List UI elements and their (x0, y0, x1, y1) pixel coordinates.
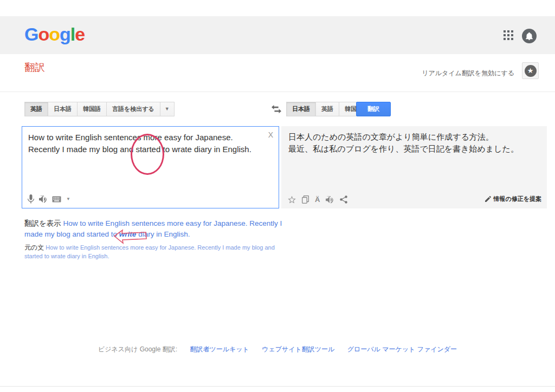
keyboard-dropdown-icon[interactable]: ▼ (66, 197, 70, 201)
suggestion-block: 翻訳を表示 How to write English sentences mor… (24, 218, 283, 240)
logo-letter: g (60, 24, 70, 45)
logo-letter: G (24, 24, 38, 45)
google-translate-page: Google 翻訳 リアルタイム翻訳を無効にする ★ 英語 日本語 韓国語 言語… (0, 0, 555, 392)
clear-source-button[interactable]: X (268, 131, 273, 139)
header-divider (0, 92, 555, 92)
footer-prefix: ビジネス向け Google 翻訳: (98, 345, 177, 353)
suggested-translation-link[interactable]: How to write English sentences more easy… (24, 219, 282, 238)
footer-link-website-translator[interactable]: ウェブサイト翻訳ツール (262, 345, 334, 353)
page-title: 翻訳 (24, 61, 45, 75)
phrasebook-button[interactable]: ★ (522, 62, 539, 79)
source-language-tabs: 英語 日本語 韓国語 言語を検出する ▼ (24, 102, 175, 116)
suggestion-highlight: write (119, 230, 137, 238)
suggest-edit-link[interactable]: 情報の修正を提案 (485, 195, 541, 203)
target-lang-tab-english[interactable]: 英語 (315, 102, 339, 116)
realtime-translation-toggle[interactable]: リアルタイム翻訳を無効にする (422, 69, 514, 78)
source-lang-tab-japanese[interactable]: 日本語 (48, 102, 78, 116)
footer: ビジネス向け Google 翻訳: 翻訳者ツールキット ウェブサイト翻訳ツール … (0, 345, 555, 354)
translation-result-panel: 日本人のための英語の文章がより簡単に作成する方法。 最近、私は私のブログを作り、… (281, 126, 547, 208)
result-toolbar: Ä (288, 195, 347, 204)
source-text-panel[interactable]: How to write English sentences more easy… (22, 126, 279, 208)
pencil-icon (485, 196, 491, 202)
source-lang-tab-english[interactable]: 英語 (24, 102, 48, 116)
logo-letter: o (49, 24, 60, 45)
source-text[interactable]: How to write English sentences more easy… (28, 132, 261, 155)
suggestion-label: 翻訳を表示 (24, 219, 61, 227)
save-phrasebook-icon[interactable] (288, 196, 296, 204)
suggest-edit-label: 情報の修正を提案 (493, 195, 541, 203)
logo-letter: e (75, 24, 85, 45)
swap-languages-button[interactable] (269, 102, 283, 116)
apps-grid-icon[interactable] (504, 30, 514, 41)
listen-source-icon[interactable] (39, 195, 47, 203)
source-lang-tab-korean[interactable]: 韓国語 (77, 102, 107, 116)
star-icon: ★ (525, 65, 537, 77)
footer-link-translator-toolkit[interactable]: 翻訳者ツールキット (190, 345, 249, 353)
footer-link-global-market-finder[interactable]: グローバル マーケット ファインダー (347, 345, 457, 353)
logo-letter: o (38, 24, 49, 45)
source-lang-tab-detect[interactable]: 言語を検出する (106, 102, 160, 116)
microphone-icon[interactable] (28, 194, 34, 204)
google-logo[interactable]: Google (24, 24, 85, 45)
original-text-link[interactable]: How to write English sentences more easy… (24, 244, 275, 259)
original-block: 元の文 How to write English sentences more … (24, 243, 279, 261)
keyboard-icon[interactable] (52, 196, 61, 202)
logo-letter: l (70, 24, 75, 45)
source-lang-dropdown[interactable]: ▼ (160, 102, 175, 116)
share-icon[interactable] (340, 195, 347, 204)
copy-icon[interactable] (302, 195, 309, 204)
romanization-icon[interactable]: Ä (315, 195, 320, 204)
translate-button[interactable]: 翻訳 (356, 102, 391, 116)
listen-result-icon[interactable] (326, 196, 334, 204)
swap-arrows-icon (272, 105, 281, 114)
top-bar: Google (0, 16, 555, 54)
bell-icon (526, 32, 533, 40)
original-label: 元の文 (24, 244, 44, 251)
source-toolbar: ▼ (28, 194, 70, 204)
notifications-button[interactable] (522, 29, 537, 43)
language-bar: 英語 日本語 韓国語 言語を検出する ▼ 日本語 英語 韓国語 ▼ 翻訳 (0, 102, 555, 117)
translation-text: 日本人のための英語の文章がより簡単に作成する方法。 最近、私は私のブログを作り、… (288, 131, 538, 155)
bottom-divider (0, 386, 555, 387)
target-lang-tab-japanese[interactable]: 日本語 (286, 102, 316, 116)
